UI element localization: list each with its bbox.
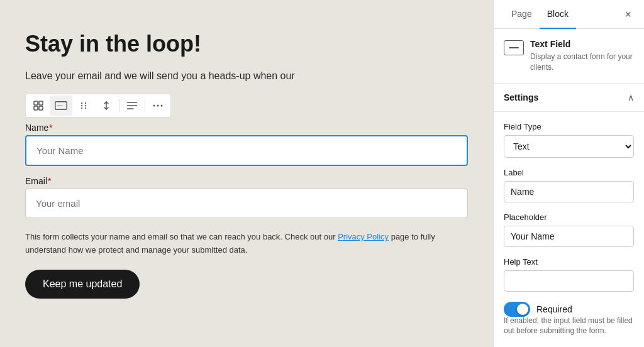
name-form-field: Name* [25, 123, 468, 166]
field-type-label: Field Type [504, 122, 634, 131]
move-icon [102, 101, 111, 111]
toggle-knob [517, 304, 528, 315]
svg-point-6 [81, 102, 82, 104]
email-field-label: Email* [25, 176, 468, 186]
svg-point-9 [85, 105, 86, 106]
settings-section: Settings ∧ Field Type Text Email Phone N… [494, 84, 644, 347]
block-toolbar [25, 94, 171, 118]
label-row: Label [504, 168, 634, 202]
tab-page[interactable]: Page [504, 0, 540, 29]
grid-icon [33, 101, 43, 111]
placeholder-row: Placeholder [504, 212, 634, 247]
email-input[interactable] [25, 189, 468, 218]
page-title: Stay in the loop! [25, 30, 468, 57]
svg-point-15 [153, 105, 155, 107]
svg-point-17 [161, 105, 163, 107]
page-subtitle: Leave your email and we will send you a … [25, 69, 468, 84]
field-type-select[interactable]: Text Email Phone Number URL [504, 135, 634, 158]
settings-header[interactable]: Settings ∧ [494, 84, 644, 112]
more-icon [153, 104, 163, 107]
required-row: Required If enabled, the input field mus… [504, 302, 634, 337]
toolbar-divider-2 [145, 99, 145, 112]
align-button[interactable] [121, 96, 143, 116]
svg-rect-1 [39, 101, 43, 105]
svg-point-7 [85, 102, 86, 104]
right-panel: Page Block × Text Field Display a contac… [493, 0, 644, 347]
block-info-text: Text Field Display a contact form for yo… [530, 39, 634, 73]
placeholder-setting-label: Placeholder [504, 212, 634, 222]
chevron-up-icon: ∧ [628, 92, 634, 102]
label-input[interactable] [504, 181, 634, 202]
name-field-wrapper [25, 135, 468, 166]
settings-body: Field Type Text Email Phone Number URL L… [494, 112, 644, 347]
grid-view-button[interactable] [27, 96, 50, 116]
move-button[interactable] [95, 96, 118, 116]
label-setting-label: Label [504, 168, 634, 177]
svg-point-8 [81, 105, 82, 106]
svg-rect-2 [34, 106, 38, 110]
block-type-icon [504, 40, 524, 55]
toggle-row: Required [504, 302, 634, 317]
left-panel: Stay in the loop! Leave your email and w… [0, 0, 493, 347]
text-field-button[interactable] [50, 96, 72, 116]
svg-point-10 [81, 107, 82, 109]
drag-button[interactable] [72, 96, 95, 116]
help-text-row: Help Text [504, 257, 634, 292]
privacy-policy-link[interactable]: Privacy Policy [338, 232, 389, 241]
required-toggle[interactable] [504, 302, 530, 317]
svg-rect-3 [39, 106, 43, 110]
email-form-field: Email* [25, 176, 468, 218]
name-field-label: Name* [25, 123, 468, 133]
svg-point-16 [157, 105, 159, 107]
field-type-row: Field Type Text Email Phone Number URL [504, 122, 634, 158]
submit-button[interactable]: Keep me updated [25, 270, 140, 299]
required-star: * [49, 123, 52, 133]
align-icon [127, 101, 137, 110]
required-toggle-label: Required [536, 304, 572, 314]
svg-point-11 [85, 107, 86, 109]
placeholder-input[interactable] [504, 226, 634, 247]
help-text-setting-label: Help Text [504, 257, 634, 267]
help-text-input[interactable] [504, 270, 634, 292]
name-input[interactable] [26, 136, 467, 165]
privacy-text: This form collects your name and email s… [25, 231, 468, 257]
block-info-description: Display a contact form for your clients. [530, 52, 634, 73]
required-hint-text: If enabled, the input field must be fill… [504, 316, 634, 337]
block-info: Text Field Display a contact form for yo… [494, 29, 644, 84]
email-required-star: * [48, 176, 51, 186]
panel-tabs: Page Block × [494, 0, 644, 29]
tab-block[interactable]: Block [540, 0, 576, 29]
block-icon-bar [509, 47, 519, 48]
form-section: Name* Email* [25, 123, 468, 218]
close-panel-button[interactable]: × [622, 6, 634, 23]
svg-rect-0 [34, 101, 38, 105]
text-field-icon [55, 101, 67, 110]
more-options-button[interactable] [147, 96, 169, 116]
settings-header-label: Settings [504, 92, 538, 102]
toolbar-divider [119, 99, 119, 112]
block-info-title: Text Field [530, 39, 634, 49]
drag-icon [79, 101, 88, 110]
